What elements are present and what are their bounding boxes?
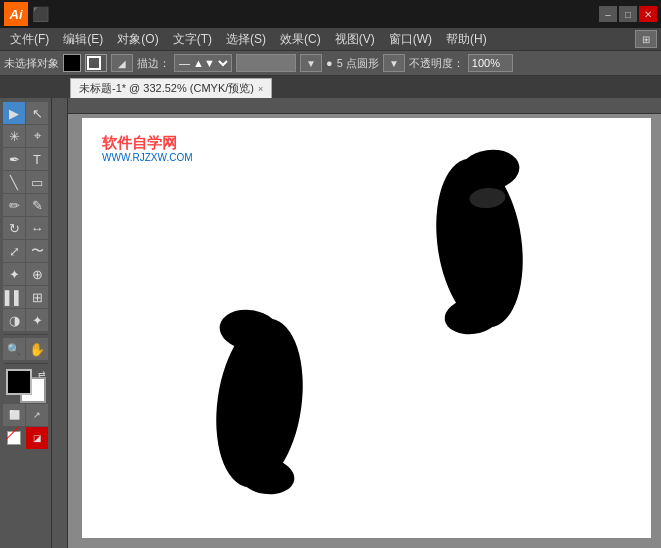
tool-row-8: ✦ ⊕ <box>3 263 48 285</box>
toolbar: ▶ ↖ ✳ ⌖ ✒ T ╲ ▭ ✏ ✎ ↻ ↔ ⤢ 〜 ✦ ⊕ <box>0 98 52 548</box>
stroke-options-button[interactable]: ◢ <box>111 54 133 72</box>
menu-select[interactable]: 选择(S) <box>220 29 272 50</box>
fill-none-button[interactable] <box>3 427 25 449</box>
mesh-tool[interactable]: ⊞ <box>26 286 48 308</box>
footprints-illustration <box>68 118 661 548</box>
point-dropdown-button[interactable]: ▼ <box>383 54 405 72</box>
scale-tool[interactable]: ⤢ <box>3 240 25 262</box>
tool-row-2: ✳ ⌖ <box>3 125 48 147</box>
canvas-area[interactable]: 软件自学网 WWW.RJZXW.COM <box>52 98 661 548</box>
symbol-tool[interactable]: ⊕ <box>26 263 48 285</box>
screen-mode-button[interactable]: ⬜ <box>3 404 25 426</box>
eyedropper-tool[interactable]: ✦ <box>26 309 48 331</box>
menu-object[interactable]: 对象(O) <box>111 29 164 50</box>
magic-wand-tool[interactable]: ✳ <box>3 125 25 147</box>
tool-row-extra2: ◪ <box>3 427 48 449</box>
no-selection-label: 未选择对象 <box>4 56 59 71</box>
gradient-tool[interactable]: ◑ <box>3 309 25 331</box>
reflect-tool[interactable]: ↔ <box>26 217 48 239</box>
point-shape-label: ● <box>326 57 333 69</box>
tool-row-6: ↻ ↔ <box>3 217 48 239</box>
options-bar: 未选择对象 ◢ 描边： — ▲▼ ▼ ● 5 点圆形 ▼ 不透明度： <box>0 50 661 76</box>
menu-bar: 文件(F) 编辑(E) 对象(O) 文字(T) 选择(S) 效果(C) 视图(V… <box>0 28 661 50</box>
maximize-button[interactable]: □ <box>619 6 637 22</box>
stroke-weight-select[interactable]: — ▲▼ <box>174 54 232 72</box>
minimize-button[interactable]: – <box>599 6 617 22</box>
column-graph-tool[interactable]: ▌▌ <box>3 286 25 308</box>
panel-toggle-button[interactable]: ⊞ <box>635 30 657 48</box>
tool-row-extra: ⬜ ↗ <box>3 404 48 426</box>
stroke-box[interactable] <box>85 54 107 72</box>
tool-row-7: ⤢ 〜 <box>3 240 48 262</box>
toolbar-divider <box>4 334 48 335</box>
window-icon: ⬛ <box>32 6 49 22</box>
direct-select-tool[interactable]: ↖ <box>26 102 48 124</box>
tool-row-zoom: 🔍 ✋ <box>3 338 48 360</box>
toolbar-divider-2 <box>4 363 48 364</box>
stroke-preview <box>236 54 296 72</box>
tab-bar: 未标题-1* @ 332.52% (CMYK/预览) × <box>0 76 661 98</box>
pen-tool[interactable]: ✒ <box>3 148 25 170</box>
menu-window[interactable]: 窗口(W) <box>383 29 438 50</box>
stroke-label: 描边： <box>137 56 170 71</box>
warp-tool[interactable]: 〜 <box>26 240 48 262</box>
tool-row-9: ▌▌ ⊞ <box>3 286 48 308</box>
vertical-ruler <box>52 98 68 548</box>
menu-text[interactable]: 文字(T) <box>167 29 218 50</box>
stroke-dropdown-button[interactable]: ▼ <box>300 54 322 72</box>
menu-file[interactable]: 文件(F) <box>4 29 55 50</box>
hand-tool[interactable]: ✋ <box>26 338 48 360</box>
document-tab[interactable]: 未标题-1* @ 332.52% (CMYK/预览) × <box>70 78 272 98</box>
line-tool[interactable]: ╲ <box>3 171 25 193</box>
stroke-none-button[interactable]: ◪ <box>26 427 48 449</box>
title-bar: Ai ⬛ – □ ✕ <box>0 0 661 28</box>
tool-row-4: ╲ ▭ <box>3 171 48 193</box>
tool-row-10: ◑ ✦ <box>3 309 48 331</box>
lasso-tool[interactable]: ⌖ <box>26 125 48 147</box>
rotate-tool[interactable]: ↻ <box>3 217 25 239</box>
artboard-tool[interactable]: ↗ <box>26 404 48 426</box>
type-tool[interactable]: T <box>26 148 48 170</box>
menu-view[interactable]: 视图(V) <box>329 29 381 50</box>
window-controls: – □ ✕ <box>599 6 657 22</box>
paintbrush-tool[interactable]: ✏ <box>3 194 25 216</box>
foreground-color-swatch[interactable] <box>6 369 32 395</box>
opacity-label: 不透明度： <box>409 56 464 71</box>
pencil-tool[interactable]: ✎ <box>26 194 48 216</box>
blend-tool[interactable]: ✦ <box>3 263 25 285</box>
rect-tool[interactable]: ▭ <box>26 171 48 193</box>
menu-effect[interactable]: 效果(C) <box>274 29 327 50</box>
horizontal-ruler <box>52 98 661 114</box>
menu-edit[interactable]: 编辑(E) <box>57 29 109 50</box>
menu-help[interactable]: 帮助(H) <box>440 29 493 50</box>
ai-logo: Ai <box>4 2 28 26</box>
swap-colors-icon[interactable]: ⇄ <box>38 369 46 379</box>
zoom-tool[interactable]: 🔍 <box>3 338 25 360</box>
opacity-input[interactable] <box>468 54 513 72</box>
tool-row-5: ✏ ✎ <box>3 194 48 216</box>
fill-swatch[interactable] <box>63 54 81 72</box>
color-swatches: ⇄ <box>4 369 48 403</box>
tab-title: 未标题-1* @ 332.52% (CMYK/预览) <box>79 81 254 96</box>
close-button[interactable]: ✕ <box>639 6 657 22</box>
tool-row-3: ✒ T <box>3 148 48 170</box>
tool-row-1: ▶ ↖ <box>3 102 48 124</box>
point-shape-value: 5 点圆形 <box>337 56 379 71</box>
tab-close-button[interactable]: × <box>258 84 263 94</box>
select-tool[interactable]: ▶ <box>3 102 25 124</box>
main-area: ▶ ↖ ✳ ⌖ ✒ T ╲ ▭ ✏ ✎ ↻ ↔ ⤢ 〜 ✦ ⊕ <box>0 98 661 548</box>
